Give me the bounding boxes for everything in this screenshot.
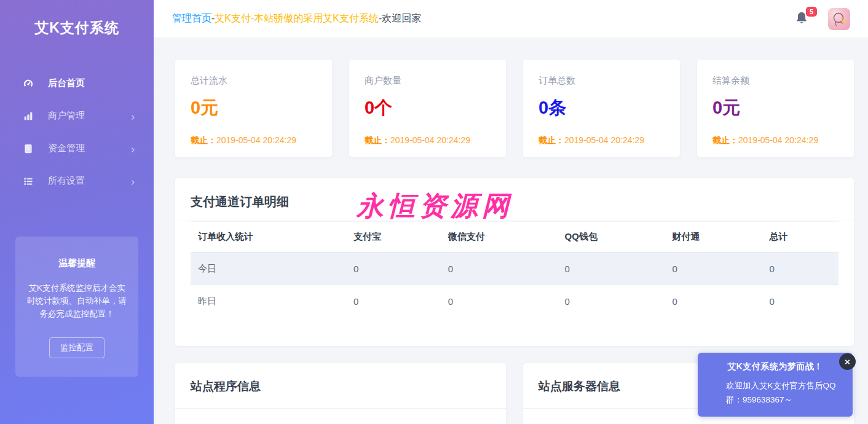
panel-title: 站点程序信息	[175, 363, 506, 409]
table-row-yesterday: 昨日 0 0 0 0 0	[191, 285, 838, 318]
stat-value: 0条	[539, 96, 665, 120]
col-header: 支付宝	[346, 222, 441, 253]
qq-group-popup: 艾K支付系统为梦而战！ 欢迎加入艾K支付官方售后QQ 群：959638367～	[698, 353, 853, 417]
popup-title: 艾K支付系统为梦而战！	[710, 361, 840, 372]
header-actions: 5	[795, 8, 850, 30]
cell-value: 0	[665, 285, 762, 318]
breadcrumb-home-link[interactable]: 管理首页	[172, 13, 211, 23]
stat-date: 截止：2019-05-04 20:24:29	[365, 135, 491, 146]
popup-body: 欢迎加入艾K支付官方售后QQ 群：959638367～	[710, 379, 840, 407]
panel-title: 支付通道订单明细	[175, 178, 854, 221]
sidebar-item-label: 资金管理	[48, 143, 129, 154]
cell-value: 0	[558, 253, 665, 285]
sidebar-item-dashboard[interactable]: 后台首页	[0, 67, 154, 100]
dashboard-icon	[22, 77, 34, 90]
list-icon	[22, 175, 34, 187]
sidebar-item-funds[interactable]: 资金管理	[0, 132, 154, 165]
chevron-right-icon	[129, 145, 136, 152]
breadcrumb: 管理首页-艾K支付-本站骄傲的采用艾K支付系统-欢迎回家	[172, 12, 795, 25]
monitor-config-button[interactable]: 监控配置	[49, 337, 105, 358]
stat-value: 0元	[712, 96, 838, 120]
site-program-info-panel: 站点程序信息	[175, 363, 506, 424]
row-label: 昨日	[191, 285, 346, 318]
col-header: 总计	[762, 222, 838, 253]
cell-value: 0	[346, 285, 441, 318]
sidebar-menu: 后台首页 商户管理 资金管理 所有设置	[0, 67, 154, 197]
sidebar-item-label: 所有设置	[48, 175, 129, 187]
stat-label: 总计流水	[191, 75, 317, 87]
cell-value: 0	[441, 285, 558, 318]
table-header-row: 订单收入统计 支付宝 微信支付 QQ钱包 财付通 总计	[191, 222, 838, 253]
cell-value: 0	[346, 253, 441, 285]
cell-value: 0	[762, 285, 838, 318]
bar-chart-icon	[22, 110, 34, 122]
cell-value: 0	[762, 253, 838, 285]
sidebar-item-label: 后台首页	[48, 77, 136, 89]
stat-date: 截止：2019-05-04 20:24:29	[191, 135, 317, 146]
document-icon	[22, 143, 34, 155]
stat-card-settlement-balance: 结算余额 0元 截止：2019-05-04 20:24:29	[697, 60, 854, 157]
reminder-title: 温馨提醒	[26, 257, 127, 269]
notification-count-badge: 5	[806, 7, 817, 17]
chevron-right-icon	[129, 178, 136, 185]
col-header: 微信支付	[441, 222, 558, 253]
notifications-bell-icon[interactable]: 5	[795, 10, 810, 28]
col-header: 订单收入统计	[191, 222, 346, 253]
stat-card-order-count: 订单总数 0条 截止：2019-05-04 20:24:29	[523, 60, 680, 157]
stat-label: 商户数量	[365, 75, 491, 87]
cell-value: 0	[558, 285, 665, 318]
stat-label: 订单总数	[539, 75, 665, 87]
breadcrumb-welcome: -欢迎回家	[379, 13, 421, 23]
chevron-right-icon	[129, 112, 136, 120]
table-row-today: 今日 0 0 0 0 0	[191, 253, 838, 285]
stat-value: 0个	[365, 96, 491, 120]
cell-value: 0	[441, 253, 558, 285]
top-header: 管理首页-艾K支付-本站骄傲的采用艾K支付系统-欢迎回家 5	[154, 0, 868, 38]
row-label: 今日	[191, 253, 346, 285]
sidebar-item-merchants[interactable]: 商户管理	[0, 100, 154, 132]
reminder-box: 温馨提醒 艾K支付系统监控后才会实时统计款项、自动补单，请务必完成监控配置！ 监…	[15, 237, 138, 377]
breadcrumb-site-slogan: 艾K支付-本站骄傲的采用艾K支付系统	[215, 13, 379, 23]
order-income-table: 订单收入统计 支付宝 微信支付 QQ钱包 财付通 总计 今日 0 0 0 0 0	[191, 221, 838, 318]
stat-value: 0元	[191, 96, 317, 120]
col-header: 财付通	[665, 222, 762, 253]
stat-date: 截止：2019-05-04 20:24:29	[539, 135, 665, 146]
stat-card-merchant-count: 商户数量 0个 截止：2019-05-04 20:24:29	[349, 60, 506, 157]
user-avatar[interactable]	[828, 8, 850, 30]
sidebar-item-settings[interactable]: 所有设置	[0, 165, 154, 197]
sidebar: 艾K支付系统 后台首页 商户管理 资金管理	[0, 0, 154, 424]
app-title: 艾K支付系统	[0, 0, 154, 37]
stat-card-total-flow: 总计流水 0元 截止：2019-05-04 20:24:29	[175, 60, 332, 157]
col-header: QQ钱包	[558, 222, 665, 253]
sidebar-item-label: 商户管理	[48, 110, 129, 122]
popup-close-icon[interactable]: ×	[839, 353, 856, 370]
reminder-body: 艾K支付系统监控后才会实时统计款项、自动补单，请务必完成监控配置！	[26, 281, 127, 320]
payment-channel-orders-panel: 永恒资源网 支付通道订单明细 订单收入统计 支付宝 微信支付 QQ钱包 财付通 …	[175, 178, 854, 346]
stat-date: 截止：2019-05-04 20:24:29	[712, 135, 838, 146]
cell-value: 0	[665, 253, 762, 285]
stats-row: 总计流水 0元 截止：2019-05-04 20:24:29 商户数量 0个 截…	[175, 60, 854, 157]
stat-label: 结算余额	[712, 75, 838, 87]
